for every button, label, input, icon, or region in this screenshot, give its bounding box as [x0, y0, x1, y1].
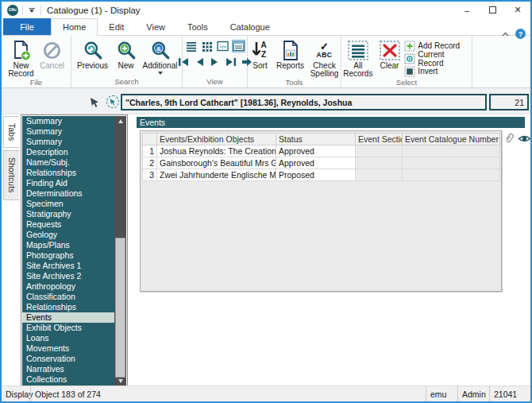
select-clear-button[interactable]: Clear — [376, 38, 403, 70]
events-table-header-row: Events/Exhibition ObjectsStatusEvent Sec… — [143, 134, 500, 145]
ribbon-tab[interactable]: File — [3, 18, 51, 35]
list-view-button[interactable] — [184, 40, 198, 52]
tab-list-item[interactable]: Site Archives 1 — [22, 261, 114, 271]
ribbon-tab[interactable]: Tools — [176, 18, 219, 35]
ribbon-tab[interactable]: Catalogue — [219, 18, 281, 35]
attachment-icon[interactable] — [503, 132, 515, 145]
maximize-button[interactable] — [480, 2, 505, 18]
view-attachments-eye-icon[interactable] — [518, 134, 531, 144]
tab-list-item[interactable]: Loans — [22, 333, 114, 343]
event-status-cell[interactable]: Approved — [276, 145, 356, 157]
tab-list-item[interactable]: Determinations — [22, 188, 114, 199]
tab-list-item[interactable]: Anthropology — [22, 281, 114, 292]
first-record-button[interactable] — [176, 56, 190, 68]
status-user: Admin — [457, 386, 489, 401]
tab-list-item[interactable]: Summary — [22, 126, 114, 137]
svg-text:</>: </> — [219, 45, 226, 49]
list-view-icon — [186, 41, 197, 52]
column-header[interactable]: Events/Exhibition Objects — [157, 134, 276, 145]
select-all-records-button[interactable]: All Records — [341, 38, 375, 78]
maximize-icon — [489, 6, 496, 14]
tab-list-item[interactable]: Description — [22, 147, 114, 157]
collapse-ribbon-icon[interactable] — [501, 31, 510, 37]
tab-list-item[interactable]: Photographs — [22, 250, 114, 261]
html-view-icon: </> — [217, 41, 229, 52]
minimize-button[interactable]: – — [454, 2, 480, 18]
last-record-button[interactable] — [224, 56, 237, 68]
select-invert-button[interactable]: Invert — [404, 65, 472, 77]
grid-view-button[interactable] — [200, 40, 214, 52]
scroll-up-icon[interactable] — [114, 116, 126, 126]
new-record-button[interactable]: New Record — [6, 38, 37, 78]
column-header[interactable]: Event Catalogue Number — [403, 134, 500, 145]
help-icon[interactable]: ? — [515, 29, 526, 39]
events-table-row[interactable]: 3 Zwei Jahrhunderte Englische Malerei...… — [143, 169, 500, 181]
event-status-cell[interactable]: Approved — [276, 157, 356, 169]
side-tab[interactable]: Shortcuts — [3, 150, 19, 200]
scrollbar-thumb[interactable] — [115, 238, 125, 378]
svg-text:Z: Z — [260, 50, 265, 59]
side-tab[interactable]: Tabs — [3, 116, 19, 148]
details-view-button[interactable] — [232, 40, 245, 52]
status-code: 21041 — [489, 386, 530, 401]
column-header[interactable]: Status — [276, 134, 356, 145]
next-record-icon — [210, 57, 220, 67]
reports-button[interactable]: Reports — [274, 38, 307, 70]
event-name-cell[interactable]: Gainsborough's Beautiful Mrs Graha... — [157, 157, 276, 169]
tab-list-item[interactable]: Summary — [22, 137, 114, 147]
titlebar-separator — [22, 6, 23, 15]
tab-list-item[interactable]: Relationships — [22, 168, 114, 178]
check-spelling-button[interactable]: ✓ ABC Check Spelling — [309, 38, 341, 78]
tab-list-item[interactable]: Conservation — [22, 354, 114, 364]
html-view-button[interactable]: </> — [216, 40, 229, 52]
side-tab-strip: TabsShortcuts — [3, 116, 21, 203]
tab-list-item[interactable]: Site Archives 2 — [22, 271, 114, 281]
previous-record-icon — [195, 57, 204, 67]
select-current-record-button[interactable]: Current Record — [404, 52, 472, 64]
previous-record-button[interactable] — [192, 56, 206, 68]
select-pointer-icon[interactable] — [106, 95, 119, 108]
column-header[interactable]: Event Section — [356, 134, 403, 145]
row-number-cell: 1 — [143, 145, 157, 157]
additional-search-button[interactable]: & Additional — [141, 38, 180, 75]
tab-list-item[interactable]: Summary — [22, 116, 114, 126]
new-search-button[interactable]: New — [114, 38, 139, 70]
quick-access-dropdown-icon[interactable] — [27, 8, 37, 13]
tab-list-item[interactable]: Geology — [22, 230, 114, 240]
group-label-file: File — [2, 78, 71, 87]
tab-list-item[interactable]: Collections — [22, 374, 114, 385]
cancel-button[interactable]: Cancel — [38, 38, 67, 70]
events-table-row[interactable]: 2 Gainsborough's Beautiful Mrs Graha... … — [143, 157, 500, 169]
record-title: "Charles, 9th Lord Cathcart" [1981.36], … — [121, 94, 487, 110]
ribbon-tab[interactable]: View — [135, 18, 176, 35]
tab-list-item[interactable]: Name/Subj. — [22, 157, 114, 168]
tab-list-item[interactable]: Relationships — [22, 302, 114, 312]
tab-list-item[interactable]: Exhibit Objects — [22, 323, 114, 333]
next-record-button[interactable] — [208, 56, 222, 68]
scroll-down-icon[interactable] — [114, 376, 126, 386]
tab-list-item[interactable]: Events — [22, 312, 114, 323]
ribbon-group-search: Previous New — [71, 36, 183, 87]
tab-list-item[interactable]: Movements — [22, 343, 114, 354]
ribbon-tab[interactable]: Edit — [98, 18, 135, 35]
tab-list-item[interactable]: Finding Aid — [22, 178, 114, 188]
sidebar-scrollbar[interactable] — [114, 116, 126, 386]
event-name-cell[interactable]: Joshua Reynolds: The Creation of C... — [157, 145, 276, 157]
close-button[interactable]: ✕ — [505, 2, 530, 18]
event-status-cell[interactable]: Proposed — [276, 169, 356, 181]
ribbon-tab[interactable]: Home — [51, 18, 98, 36]
pointer-cursor-icon[interactable] — [89, 96, 100, 108]
tab-list-item[interactable]: Requests — [22, 219, 114, 230]
grid-view-icon — [202, 41, 213, 52]
tab-list-item[interactable]: Classification — [22, 292, 114, 302]
events-table-row[interactable]: 1 Joshua Reynolds: The Creation of C... … — [143, 145, 500, 157]
event-section-cell — [356, 145, 403, 157]
event-name-cell[interactable]: Zwei Jahrhunderte Englische Malerei... — [157, 169, 276, 181]
tab-list-item[interactable]: Specimen — [22, 199, 114, 209]
previous-search-button[interactable]: Previous — [74, 38, 112, 70]
tab-list-item[interactable]: Maps/Plans — [22, 240, 114, 250]
tab-list-item[interactable]: Narratives — [22, 364, 114, 374]
tab-list-item[interactable]: Stratigraphy — [22, 209, 114, 219]
sort-button[interactable]: A Z Sort — [249, 38, 272, 70]
add-record-icon — [404, 41, 415, 52]
